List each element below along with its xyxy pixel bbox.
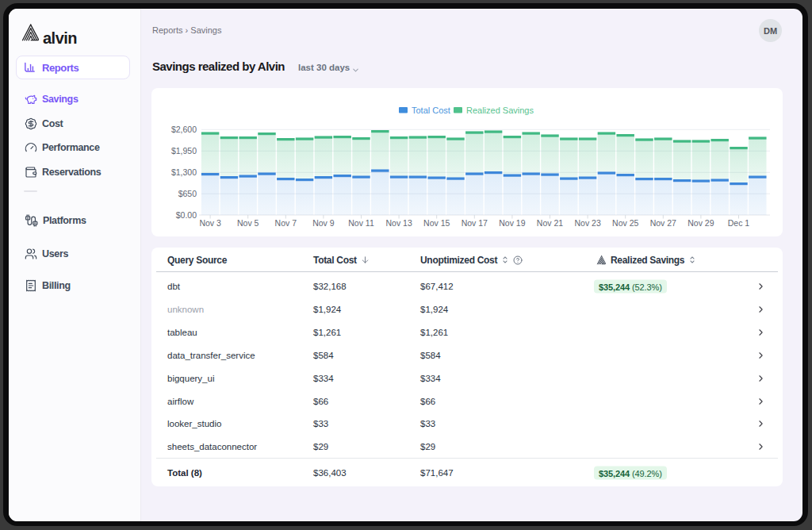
svg-text:$1,950: $1,950 <box>171 146 197 156</box>
svg-text:Nov 29: Nov 29 <box>688 218 714 228</box>
svg-text:$1,300: $1,300 <box>171 167 197 177</box>
svg-text:Nov 23: Nov 23 <box>574 218 600 228</box>
svg-text:Nov 9: Nov 9 <box>312 218 335 228</box>
svg-text:Nov 21: Nov 21 <box>537 218 563 228</box>
svg-text:Nov 7: Nov 7 <box>275 218 297 228</box>
svg-text:Nov 25: Nov 25 <box>612 218 638 228</box>
svg-text:Nov 5: Nov 5 <box>237 218 259 228</box>
svg-text:Nov 15: Nov 15 <box>423 218 450 228</box>
svg-text:Nov 3: Nov 3 <box>199 218 221 228</box>
svg-text:$0.00: $0.00 <box>176 210 197 220</box>
svg-text:Nov 19: Nov 19 <box>499 218 525 228</box>
svg-text:Dec 1: Dec 1 <box>728 218 750 228</box>
svg-text:Nov 27: Nov 27 <box>650 218 676 228</box>
svg-text:Nov 17: Nov 17 <box>462 218 488 228</box>
svg-text:$650: $650 <box>178 189 197 198</box>
svg-text:Realized Savings: Realized Savings <box>466 106 534 115</box>
svg-text:Nov 11: Nov 11 <box>348 218 374 228</box>
svg-text:Nov 13: Nov 13 <box>385 218 412 228</box>
svg-text:Total Cost: Total Cost <box>412 106 450 115</box>
svg-text:$2,600: $2,600 <box>171 125 197 134</box>
